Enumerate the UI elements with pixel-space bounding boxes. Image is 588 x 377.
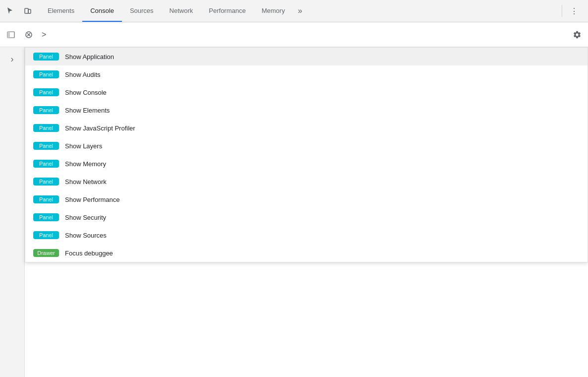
dropdown-item-label: Show JavaScript Profiler <box>65 125 135 132</box>
panel-badge: Panel <box>33 88 59 96</box>
list-item[interactable]: Panel Show Elements <box>25 101 588 119</box>
dropdown-item-label: Show Elements <box>65 107 110 114</box>
tab-elements[interactable]: Elements <box>40 0 82 22</box>
list-item[interactable]: Panel Show Application <box>25 48 588 65</box>
svg-rect-3 <box>7 32 10 38</box>
tab-console[interactable]: Console <box>82 0 122 22</box>
list-item[interactable]: Panel Show Network <box>25 173 588 190</box>
cursor-icon <box>6 7 14 15</box>
tab-network[interactable]: Network <box>162 0 201 22</box>
dropdown-area: Panel Show Application Panel Show Audits… <box>25 47 588 377</box>
panel-badge: Panel <box>33 178 59 186</box>
list-item[interactable]: Panel Show Sources <box>25 226 588 244</box>
tab-bar-left-icons <box>2 3 36 19</box>
console-clear-button[interactable] <box>22 28 36 42</box>
dropdown-item-label: Show Console <box>65 89 107 96</box>
list-item[interactable]: Panel Show Memory <box>25 155 588 173</box>
separator <box>562 5 562 17</box>
device-toggle-button[interactable] <box>20 3 36 19</box>
tab-bar-right: ⋮ <box>560 3 586 19</box>
tab-performance[interactable]: Performance <box>201 0 253 22</box>
dropdown-item-label: Show Memory <box>65 160 106 168</box>
more-options-button[interactable]: ⋮ <box>566 3 582 19</box>
list-item[interactable]: Panel Show JavaScript Profiler <box>25 119 588 137</box>
list-item[interactable]: Panel Show Layers <box>25 137 588 155</box>
device-toggle-icon <box>24 7 32 15</box>
console-input-area: > <box>40 30 566 39</box>
prompt-symbol: > <box>42 30 46 39</box>
tab-sources[interactable]: Sources <box>122 0 162 22</box>
dropdown-item-label: Show Layers <box>65 142 102 150</box>
sidebar-toggle-icon <box>7 31 15 39</box>
console-bar: > <box>0 22 588 47</box>
panel-badge: Panel <box>33 195 59 203</box>
panel-badge: Panel <box>33 160 59 168</box>
svg-rect-1 <box>28 9 31 13</box>
dropdown-item-label: Show Sources <box>65 232 107 239</box>
cursor-icon-button[interactable] <box>2 3 18 19</box>
panel-badge: Panel <box>33 124 59 132</box>
panel-badge: Panel <box>33 213 59 221</box>
console-sidebar-toggle[interactable] <box>4 28 18 42</box>
panel-badge: Panel <box>33 231 59 239</box>
sidebar-arrow-button[interactable]: › <box>4 51 20 67</box>
drawer-badge: Drawer <box>33 249 59 257</box>
command-dropdown: Panel Show Application Panel Show Audits… <box>25 47 588 262</box>
tab-more-button[interactable]: » <box>293 0 307 22</box>
list-item[interactable]: Panel Show Security <box>25 208 588 226</box>
panel-badge: Panel <box>33 142 59 150</box>
clear-icon <box>25 31 33 39</box>
gear-icon <box>573 30 582 39</box>
list-item[interactable]: Panel Show Console <box>25 83 588 101</box>
panel-badge: Panel <box>33 53 59 61</box>
list-item[interactable]: Panel Show Audits <box>25 65 588 83</box>
dropdown-item-label: Focus debuggee <box>65 250 113 257</box>
panel-badge: Panel <box>33 70 59 78</box>
tab-bar: Elements Console Sources Network Perform… <box>0 0 588 22</box>
tabs-container: Elements Console Sources Network Perform… <box>40 0 556 22</box>
dropdown-item-label: Show Security <box>65 214 106 221</box>
dropdown-item-label: Show Network <box>65 178 107 186</box>
dropdown-item-label: Show Performance <box>65 196 120 203</box>
list-item[interactable]: Drawer Focus debuggee <box>25 244 588 262</box>
left-sidebar: › <box>0 47 25 377</box>
list-item[interactable]: Panel Show Performance <box>25 190 588 208</box>
devtools-window: Elements Console Sources Network Perform… <box>0 0 588 377</box>
main-content: › Panel Show Application Panel Show Audi… <box>0 47 588 377</box>
svg-rect-0 <box>25 8 28 13</box>
panel-badge: Panel <box>33 106 59 114</box>
dropdown-item-label: Show Application <box>65 53 114 61</box>
tab-memory[interactable]: Memory <box>254 0 293 22</box>
console-settings-button[interactable] <box>570 28 584 42</box>
dropdown-item-label: Show Audits <box>65 71 101 78</box>
